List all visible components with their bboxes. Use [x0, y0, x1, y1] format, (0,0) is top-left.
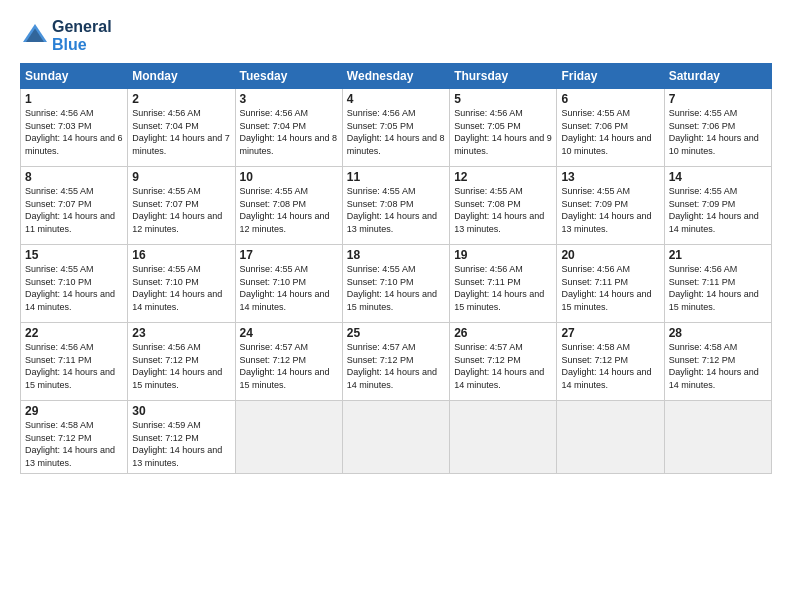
calendar-cell: 7Sunrise: 4:55 AMSunset: 7:06 PMDaylight…: [664, 89, 771, 167]
calendar-cell: 14Sunrise: 4:55 AMSunset: 7:09 PMDayligh…: [664, 167, 771, 245]
day-info: Sunrise: 4:57 AMSunset: 7:12 PMDaylight:…: [347, 341, 445, 391]
calendar-row: 8Sunrise: 4:55 AMSunset: 7:07 PMDaylight…: [21, 167, 772, 245]
day-header-sunday: Sunday: [21, 64, 128, 89]
day-number: 28: [669, 326, 767, 340]
day-number: 26: [454, 326, 552, 340]
day-info: Sunrise: 4:56 AMSunset: 7:11 PMDaylight:…: [669, 263, 767, 313]
day-number: 9: [132, 170, 230, 184]
calendar-cell: 17Sunrise: 4:55 AMSunset: 7:10 PMDayligh…: [235, 245, 342, 323]
day-info: Sunrise: 4:55 AMSunset: 7:10 PMDaylight:…: [25, 263, 123, 313]
calendar-cell: 13Sunrise: 4:55 AMSunset: 7:09 PMDayligh…: [557, 167, 664, 245]
day-number: 25: [347, 326, 445, 340]
day-number: 19: [454, 248, 552, 262]
day-info: Sunrise: 4:55 AMSunset: 7:08 PMDaylight:…: [347, 185, 445, 235]
day-info: Sunrise: 4:58 AMSunset: 7:12 PMDaylight:…: [561, 341, 659, 391]
calendar-cell: 27Sunrise: 4:58 AMSunset: 7:12 PMDayligh…: [557, 323, 664, 401]
day-info: Sunrise: 4:57 AMSunset: 7:12 PMDaylight:…: [454, 341, 552, 391]
calendar-cell: 12Sunrise: 4:55 AMSunset: 7:08 PMDayligh…: [450, 167, 557, 245]
day-info: Sunrise: 4:56 AMSunset: 7:03 PMDaylight:…: [25, 107, 123, 157]
day-number: 8: [25, 170, 123, 184]
day-number: 14: [669, 170, 767, 184]
day-info: Sunrise: 4:58 AMSunset: 7:12 PMDaylight:…: [669, 341, 767, 391]
logo-text-line1: General: [52, 18, 112, 36]
day-header-wednesday: Wednesday: [342, 64, 449, 89]
day-header-friday: Friday: [557, 64, 664, 89]
day-number: 6: [561, 92, 659, 106]
day-number: 30: [132, 404, 230, 418]
calendar-cell: [235, 401, 342, 473]
calendar-row: 22Sunrise: 4:56 AMSunset: 7:11 PMDayligh…: [21, 323, 772, 401]
day-number: 5: [454, 92, 552, 106]
day-info: Sunrise: 4:57 AMSunset: 7:12 PMDaylight:…: [240, 341, 338, 391]
day-header-tuesday: Tuesday: [235, 64, 342, 89]
day-info: Sunrise: 4:56 AMSunset: 7:11 PMDaylight:…: [454, 263, 552, 313]
day-header-thursday: Thursday: [450, 64, 557, 89]
day-number: 29: [25, 404, 123, 418]
calendar-row: 1Sunrise: 4:56 AMSunset: 7:03 PMDaylight…: [21, 89, 772, 167]
day-number: 4: [347, 92, 445, 106]
calendar-table: SundayMondayTuesdayWednesdayThursdayFrid…: [20, 63, 772, 473]
day-info: Sunrise: 4:55 AMSunset: 7:07 PMDaylight:…: [25, 185, 123, 235]
calendar-cell: [450, 401, 557, 473]
logo: General Blue: [20, 18, 112, 53]
calendar-cell: 25Sunrise: 4:57 AMSunset: 7:12 PMDayligh…: [342, 323, 449, 401]
day-number: 24: [240, 326, 338, 340]
calendar-cell: 19Sunrise: 4:56 AMSunset: 7:11 PMDayligh…: [450, 245, 557, 323]
logo-text-line2: Blue: [52, 36, 112, 54]
calendar-cell: 11Sunrise: 4:55 AMSunset: 7:08 PMDayligh…: [342, 167, 449, 245]
calendar-cell: 21Sunrise: 4:56 AMSunset: 7:11 PMDayligh…: [664, 245, 771, 323]
day-header-monday: Monday: [128, 64, 235, 89]
calendar-cell: 15Sunrise: 4:55 AMSunset: 7:10 PMDayligh…: [21, 245, 128, 323]
header-row: SundayMondayTuesdayWednesdayThursdayFrid…: [21, 64, 772, 89]
header: General Blue: [20, 18, 772, 53]
day-number: 2: [132, 92, 230, 106]
day-number: 18: [347, 248, 445, 262]
day-info: Sunrise: 4:55 AMSunset: 7:09 PMDaylight:…: [561, 185, 659, 235]
day-info: Sunrise: 4:55 AMSunset: 7:10 PMDaylight:…: [132, 263, 230, 313]
calendar-cell: 20Sunrise: 4:56 AMSunset: 7:11 PMDayligh…: [557, 245, 664, 323]
calendar-cell: 24Sunrise: 4:57 AMSunset: 7:12 PMDayligh…: [235, 323, 342, 401]
calendar-cell: 18Sunrise: 4:55 AMSunset: 7:10 PMDayligh…: [342, 245, 449, 323]
day-number: 20: [561, 248, 659, 262]
calendar-cell: 9Sunrise: 4:55 AMSunset: 7:07 PMDaylight…: [128, 167, 235, 245]
logo-icon: [20, 21, 50, 51]
day-info: Sunrise: 4:55 AMSunset: 7:07 PMDaylight:…: [132, 185, 230, 235]
day-number: 12: [454, 170, 552, 184]
calendar-cell: 30Sunrise: 4:59 AMSunset: 7:12 PMDayligh…: [128, 401, 235, 473]
day-info: Sunrise: 4:55 AMSunset: 7:06 PMDaylight:…: [669, 107, 767, 157]
calendar-row: 29Sunrise: 4:58 AMSunset: 7:12 PMDayligh…: [21, 401, 772, 473]
calendar-cell: 3Sunrise: 4:56 AMSunset: 7:04 PMDaylight…: [235, 89, 342, 167]
day-number: 27: [561, 326, 659, 340]
calendar-cell: 16Sunrise: 4:55 AMSunset: 7:10 PMDayligh…: [128, 245, 235, 323]
day-info: Sunrise: 4:58 AMSunset: 7:12 PMDaylight:…: [25, 419, 123, 469]
calendar-cell: 23Sunrise: 4:56 AMSunset: 7:12 PMDayligh…: [128, 323, 235, 401]
day-number: 1: [25, 92, 123, 106]
calendar-cell: 26Sunrise: 4:57 AMSunset: 7:12 PMDayligh…: [450, 323, 557, 401]
day-number: 3: [240, 92, 338, 106]
day-info: Sunrise: 4:59 AMSunset: 7:12 PMDaylight:…: [132, 419, 230, 469]
calendar-cell: 22Sunrise: 4:56 AMSunset: 7:11 PMDayligh…: [21, 323, 128, 401]
calendar-cell: [557, 401, 664, 473]
day-number: 23: [132, 326, 230, 340]
day-info: Sunrise: 4:56 AMSunset: 7:12 PMDaylight:…: [132, 341, 230, 391]
calendar-page: General Blue SundayMondayTuesdayWednesda…: [0, 0, 792, 612]
calendar-cell: 6Sunrise: 4:55 AMSunset: 7:06 PMDaylight…: [557, 89, 664, 167]
day-number: 10: [240, 170, 338, 184]
day-header-saturday: Saturday: [664, 64, 771, 89]
calendar-cell: 10Sunrise: 4:55 AMSunset: 7:08 PMDayligh…: [235, 167, 342, 245]
day-info: Sunrise: 4:55 AMSunset: 7:06 PMDaylight:…: [561, 107, 659, 157]
calendar-row: 15Sunrise: 4:55 AMSunset: 7:10 PMDayligh…: [21, 245, 772, 323]
day-number: 21: [669, 248, 767, 262]
calendar-cell: 8Sunrise: 4:55 AMSunset: 7:07 PMDaylight…: [21, 167, 128, 245]
day-number: 22: [25, 326, 123, 340]
day-info: Sunrise: 4:56 AMSunset: 7:04 PMDaylight:…: [132, 107, 230, 157]
calendar-cell: 1Sunrise: 4:56 AMSunset: 7:03 PMDaylight…: [21, 89, 128, 167]
day-number: 11: [347, 170, 445, 184]
day-info: Sunrise: 4:55 AMSunset: 7:08 PMDaylight:…: [454, 185, 552, 235]
day-info: Sunrise: 4:56 AMSunset: 7:05 PMDaylight:…: [454, 107, 552, 157]
day-info: Sunrise: 4:55 AMSunset: 7:10 PMDaylight:…: [347, 263, 445, 313]
day-number: 17: [240, 248, 338, 262]
calendar-cell: 28Sunrise: 4:58 AMSunset: 7:12 PMDayligh…: [664, 323, 771, 401]
day-number: 16: [132, 248, 230, 262]
calendar-cell: 29Sunrise: 4:58 AMSunset: 7:12 PMDayligh…: [21, 401, 128, 473]
